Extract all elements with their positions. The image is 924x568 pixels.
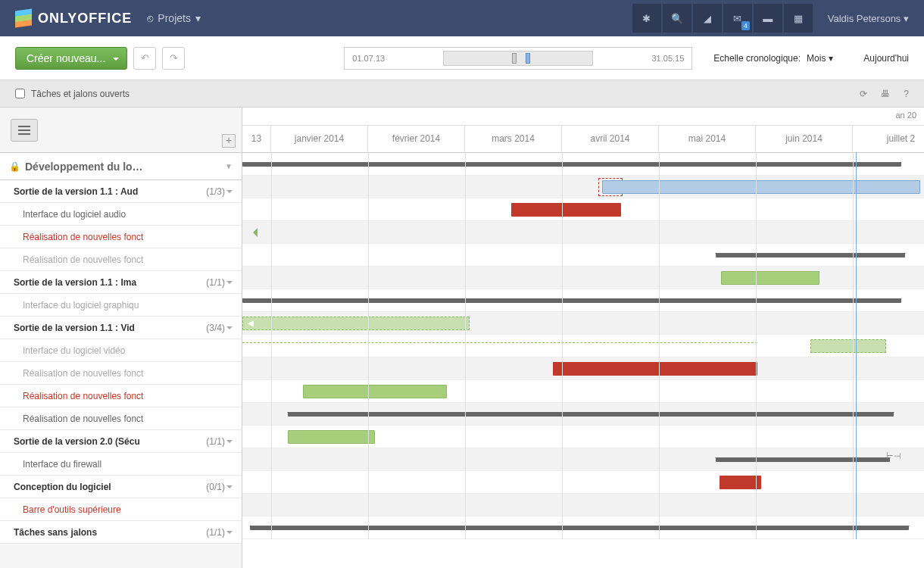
chevron-down-icon: ▾ [195,12,201,24]
task-row[interactable]: Réalisation de nouvelles fonct [0,226,242,248]
hamburger-icon [18,130,30,131]
project-header[interactable]: 🔒 Développement du lo… ▼ [0,153,242,180]
gantt-month-row: 13janvier 2014février 2014mars 2014avril… [242,126,924,153]
range-end: 31.05.15 [651,54,684,63]
today-link[interactable]: Aujourd'hui [863,53,909,64]
task-label: Tâches sans jalons [14,527,97,538]
task-label: Conception du logiciel [14,482,111,492]
month-cell: février 2014 [368,126,465,153]
task-row[interactable]: Interface du logiciel audio [0,203,242,226]
range-handle-left[interactable] [512,53,517,64]
nav-projects[interactable]: ⎋ Projets ▾ [147,12,201,24]
range-handle-right[interactable] [526,53,530,64]
gantt-bar[interactable] [511,203,621,217]
gantt-bar[interactable] [288,430,375,444]
add-button[interactable]: + [222,134,236,148]
task-row[interactable]: Réalisation de nouvelles fonct [0,385,242,407]
gantt-body[interactable]: ◀ ⊢⊣ [242,153,924,539]
grid-line [368,153,369,539]
grid-line [853,153,854,539]
main-area: + 🔒 Développement du lo… ▼ Sortie de la … [0,108,924,568]
task-row[interactable]: Barre d'outils supérieure [0,498,242,521]
calendar-icon[interactable]: ▦ [784,4,813,33]
open-tasks-checkbox[interactable] [15,89,25,98]
task-row[interactable]: Interface du firewall [0,453,242,476]
task-row[interactable]: Interface du logiciel vidéo [0,339,242,362]
milestone-row[interactable]: Sortie de la version 2.0 (Sécu(1/1) [0,430,242,453]
logo[interactable]: ONLYOFFICE [15,10,132,27]
milestone-row[interactable]: Tâches sans jalons(1/1) [0,521,242,544]
gantt-year-row: an 20 [242,108,924,126]
scale-select[interactable]: Mois ▾ [807,53,833,64]
gantt-bar-summary[interactable] [716,457,890,462]
user-menu[interactable]: Valdis Petersons ▾ [828,13,909,24]
milestone-row[interactable]: Sortie de la version 1.1 : Ima(1/1) [0,271,242,294]
gantt-bar[interactable] [602,180,920,194]
task-label: Interface du logiciel vidéo [23,345,125,356]
task-label: Réalisation de nouvelles fonct [23,232,143,242]
menu-button[interactable] [11,119,38,142]
task-row[interactable]: Réalisation de nouvelles fonct [0,248,242,271]
grid-line [465,153,466,539]
app-header: ONLYOFFICE ⎋ Projets ▾ ✱ 🔍 ◢ ✉4 ▬ ▦ Vald… [0,0,924,36]
create-button[interactable]: Créer nouveau... [15,47,127,70]
print-icon[interactable]: 🖶 [881,89,890,99]
gantt-bar[interactable] [303,385,447,398]
task-count[interactable]: (3/4) [206,323,233,333]
mail-icon[interactable]: ✉4 [723,4,752,33]
toolbar: Créer nouveau... ↶ ↷ 01.07.13 31.05.15 E… [0,36,924,80]
triangle-left-icon: ◀ [248,319,254,327]
user-name: Valdis Petersons [828,13,901,24]
task-label: Interface du logiciel audio [23,209,126,220]
year-label: an 20 [895,111,916,120]
redo-button[interactable]: ↷ [162,47,185,70]
scale-value: Mois [807,53,826,64]
scroll-left-icon[interactable] [248,228,258,237]
chevron-down-icon: ▾ [829,53,833,64]
gantt-bar[interactable] [553,362,757,376]
grid-line [756,153,757,539]
gantt-bar-summary[interactable] [242,298,901,303]
task-label: Interface du firewall [23,459,101,470]
month-cell: juin 2014 [756,126,853,153]
task-count[interactable]: (1/3) [206,186,233,197]
task-label: Sortie de la version 1.1 : Aud [14,186,138,197]
gantt-bar-summary[interactable] [288,412,894,417]
milestone-row[interactable]: Conception du logiciel(0/1) [0,476,242,498]
milestone-row[interactable]: Sortie de la version 1.1 : Vid(3/4) [0,317,242,339]
task-row[interactable]: Interface du logiciel graphiqu [0,294,242,317]
task-label: Interface du logiciel graphiqu [23,300,139,311]
logo-icon [15,8,32,27]
timeline-range[interactable]: 01.07.13 31.05.15 [344,47,692,70]
task-count[interactable]: (1/1) [206,277,233,288]
gantt-bar[interactable] [720,476,761,489]
milestone-row[interactable]: Sortie de la version 1.1 : Aud(1/3) [0,180,242,203]
range-track[interactable] [443,51,593,66]
gantt-bar-summary[interactable] [716,253,905,257]
feed-icon[interactable]: ◢ [693,4,722,33]
sidebar: + 🔒 Développement du lo… ▼ Sortie de la … [0,108,242,568]
task-row[interactable]: Réalisation de nouvelles fonct [0,407,242,430]
task-count[interactable]: (0/1) [206,482,233,492]
gantt-bar[interactable]: ◀ [242,317,470,330]
task-count[interactable]: (1/1) [206,527,233,538]
task-label: Sortie de la version 1.1 : Ima [14,277,136,288]
header-icon-bar: ✱ 🔍 ◢ ✉4 ▬ ▦ [631,4,813,33]
help-icon[interactable]: ? [904,89,909,99]
chat-icon[interactable]: ▬ [754,4,782,33]
month-cell: avril 2014 [562,126,659,153]
gantt-bar-summary[interactable] [250,526,909,530]
project-title: Développement du lo… [25,161,143,173]
chevron-down-icon: ▼ [225,162,233,170]
refresh-icon[interactable]: ⟳ [860,89,867,99]
task-count[interactable]: (1/1) [206,436,233,447]
gear-icon[interactable]: ✱ [632,4,661,33]
gantt-bar-summary[interactable] [242,162,901,167]
month-cell: 13 [242,126,271,153]
undo-button[interactable]: ↶ [133,47,156,70]
brand-text: ONLYOFFICE [38,11,132,27]
search-icon[interactable]: 🔍 [663,4,691,33]
gantt-bar[interactable] [810,339,886,353]
task-row[interactable]: Réalisation de nouvelles fonct [0,362,242,385]
gantt-bar[interactable] [721,271,819,285]
